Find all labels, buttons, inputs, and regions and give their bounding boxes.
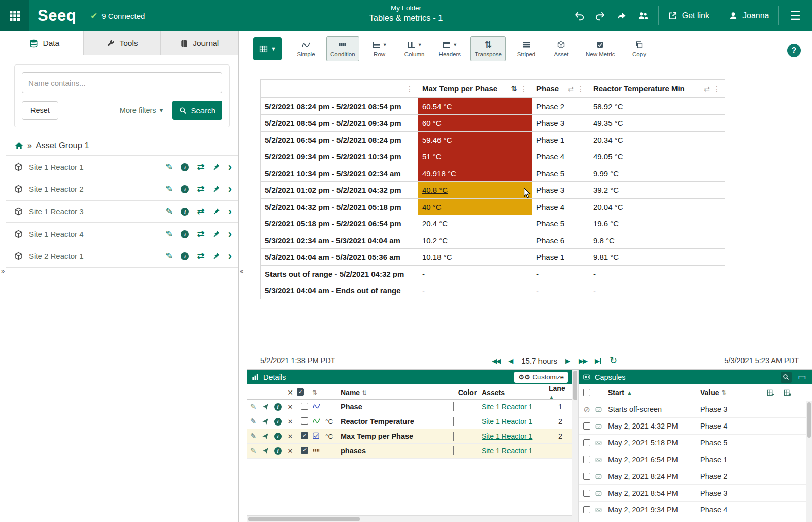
tab-journal[interactable]: Journal: [161, 31, 238, 55]
phase-cell[interactable]: Phase 4: [532, 199, 589, 215]
edit-item-icon[interactable]: ✎: [247, 417, 259, 426]
details-vertical-scrollbar[interactable]: [572, 370, 579, 522]
toolbar-transpose-button[interactable]: ⇅ Transpose: [470, 36, 506, 61]
table-row[interactable]: 5/2/2021 08:24 pm - 5/2/2021 08:54 pm 60…: [261, 98, 725, 115]
navigate-icon[interactable]: [259, 433, 272, 440]
asset-group-breadcrumb[interactable]: »Asset Group 1: [6, 135, 238, 155]
capsule-row[interactable]: ⊘ Starts off-screen Phase 3: [579, 401, 812, 418]
reactor-min-cell[interactable]: 9.81 °C: [589, 249, 725, 266]
table-row[interactable]: 5/2/2021 01:02 pm - 5/2/2021 04:32 pm 40…: [261, 182, 725, 199]
toolbar-new-metric-button[interactable]: New Metric: [582, 36, 619, 61]
detail-row[interactable]: ✎ i ✕ phases Site 1 Reactor 1: [247, 444, 572, 459]
pin-icon[interactable]: [213, 163, 220, 171]
edit-item-icon[interactable]: ✎: [247, 446, 259, 455]
capsule-checkbox[interactable]: [583, 490, 590, 497]
capsule-range-cell[interactable]: 5/2/2021 09:34 pm - 5/2/2021 10:34 pm: [261, 148, 418, 165]
asset-link[interactable]: Site 1 Reactor 1: [482, 447, 532, 455]
column-settings-icon[interactable]: [783, 389, 792, 397]
capsule-checkbox[interactable]: [583, 456, 590, 463]
connection-status[interactable]: ✔ 9 Connected: [90, 11, 145, 21]
max-temp-cell[interactable]: 60.54 °C: [418, 98, 532, 115]
color-swatch[interactable]: [453, 432, 454, 441]
chevron-right-icon[interactable]: ›: [228, 206, 232, 217]
navigate-icon[interactable]: [259, 418, 272, 425]
tab-tools[interactable]: Tools: [84, 31, 161, 55]
edit-item-icon[interactable]: ✎: [247, 402, 259, 411]
toolbar-column-button[interactable]: ▼ Column: [400, 36, 429, 61]
capsule-checkbox[interactable]: [583, 506, 590, 513]
column-menu-icon[interactable]: ⋮: [577, 85, 585, 93]
more-filters-link[interactable]: More filters ▼: [120, 106, 164, 114]
app-launcher-button[interactable]: [0, 0, 29, 31]
column-menu-icon[interactable]: ⋮: [713, 85, 721, 93]
asset-link[interactable]: Site 1 Reactor 1: [482, 432, 532, 440]
table-row[interactable]: 5/2/2021 04:32 pm - 5/2/2021 05:18 pm 40…: [261, 199, 725, 215]
table-view-dropdown[interactable]: ▼: [253, 37, 282, 60]
step-to-end-icon[interactable]: ▶: [595, 357, 601, 365]
date-column-header[interactable]: ⋮: [261, 80, 418, 98]
navigate-icon[interactable]: [259, 447, 272, 454]
item-checkbox[interactable]: [301, 403, 308, 410]
lane-column-header[interactable]: Lane ▲: [549, 384, 572, 401]
phase-cell[interactable]: Phase 2: [532, 98, 589, 115]
chevron-right-icon[interactable]: ›: [228, 184, 232, 195]
duration-label[interactable]: 15.7 hours: [521, 356, 557, 365]
capsule-range-cell[interactable]: 5/2/2021 08:24 pm - 5/2/2021 08:54 pm: [261, 98, 418, 115]
phase-cell[interactable]: -: [532, 266, 589, 282]
reactor-min-cell[interactable]: 49.35 °C: [589, 115, 725, 132]
hamburger-menu-icon[interactable]: ☰: [785, 10, 806, 22]
max-temp-cell[interactable]: 60 °C: [418, 115, 532, 132]
table-row[interactable]: 5/3/2021 04:04 am - Ends out of range - …: [261, 282, 725, 299]
details-horizontal-scrollbar[interactable]: [247, 515, 572, 522]
breadcrumb[interactable]: My Folder: [369, 4, 443, 12]
capsule-range-cell[interactable]: 5/2/2021 05:18 pm - 5/2/2021 06:54 pm: [261, 215, 418, 232]
max-temp-cell[interactable]: 10.2 °C: [418, 232, 532, 249]
customize-button[interactable]: ⚙⚙ Customize: [514, 372, 568, 383]
asset-row[interactable]: Site 1 Reactor 2 ✎ i ⇄ ›: [6, 178, 238, 201]
swap-asset-icon[interactable]: ⇄: [197, 229, 204, 239]
capsule-range-cell[interactable]: 5/2/2021 01:02 pm - 5/2/2021 04:32 pm: [261, 182, 418, 199]
max-temp-cell[interactable]: 59.46 °C: [418, 132, 532, 148]
phase-cell[interactable]: -: [532, 282, 589, 299]
swap-asset-icon[interactable]: ⇄: [197, 161, 204, 172]
capsule-row[interactable]: ⊘ May 2, 2021 8:24 PM Phase 2: [579, 468, 812, 485]
search-button[interactable]: Search: [172, 101, 222, 120]
table-row[interactable]: 5/2/2021 06:54 pm - 5/2/2021 08:24 pm 59…: [261, 132, 725, 148]
column-menu-icon[interactable]: ⋮: [406, 85, 414, 93]
table-row[interactable]: Starts out of range - 5/2/2021 04:32 pm …: [261, 266, 725, 282]
reactor-min-cell[interactable]: 58.92 °C: [589, 98, 725, 115]
info-icon[interactable]: i: [181, 208, 189, 216]
asset-row[interactable]: Site 2 Reactor 1 ✎ i ⇄ ›: [6, 245, 238, 268]
pin-icon[interactable]: [213, 208, 220, 215]
phase-column-header[interactable]: Phase⇄⋮: [532, 80, 589, 98]
capsule-range-cell[interactable]: 5/2/2021 06:54 pm - 5/2/2021 08:24 pm: [261, 132, 418, 148]
reactor-min-cell[interactable]: 49.05 °C: [589, 148, 725, 165]
toolbar-copy-button[interactable]: Copy: [624, 36, 654, 61]
table-row[interactable]: 5/3/2021 04:04 am - 5/3/2021 05:36 am 10…: [261, 249, 725, 266]
capsules-vertical-scrollbar[interactable]: [806, 401, 812, 522]
reactor-min-cell[interactable]: 20.34 °C: [589, 132, 725, 148]
reactor-min-column-header[interactable]: Reactor Temperature Min⇄⋮: [589, 80, 725, 98]
table-row[interactable]: 5/2/2021 10:34 pm - 5/3/2021 02:34 am 49…: [261, 165, 725, 182]
toolbar-headers-button[interactable]: ▼ Headers: [435, 36, 465, 61]
info-icon[interactable]: i: [181, 163, 189, 171]
remove-item-icon[interactable]: ✕: [284, 447, 297, 455]
step-back-fast-icon[interactable]: ◀◀: [492, 357, 500, 365]
detail-row[interactable]: ✎ i ✕ Phase Site 1 Reactor 1 1: [247, 400, 572, 414]
start-column-header[interactable]: Start▲: [608, 388, 700, 397]
edit-item-icon[interactable]: ✎: [247, 432, 259, 441]
undo-button[interactable]: [570, 6, 588, 25]
chevron-right-icon[interactable]: ›: [228, 229, 232, 240]
max-temp-cell[interactable]: 49.918 °C: [418, 165, 532, 182]
asset-link[interactable]: Site 1 Reactor 1: [482, 403, 532, 411]
color-column-header[interactable]: Color: [453, 388, 482, 397]
reactor-min-cell[interactable]: 19.6 °C: [589, 215, 725, 232]
pin-icon[interactable]: [213, 185, 220, 193]
share-button[interactable]: [613, 6, 631, 25]
help-button[interactable]: ?: [787, 44, 801, 57]
move-column-icon[interactable]: ⇄: [568, 85, 574, 93]
asset-row[interactable]: Site 1 Reactor 1 ✎ i ⇄ ›: [6, 156, 238, 178]
navigate-icon[interactable]: [259, 403, 272, 410]
remove-item-icon[interactable]: ✕: [284, 433, 297, 440]
info-icon[interactable]: i: [272, 447, 284, 455]
